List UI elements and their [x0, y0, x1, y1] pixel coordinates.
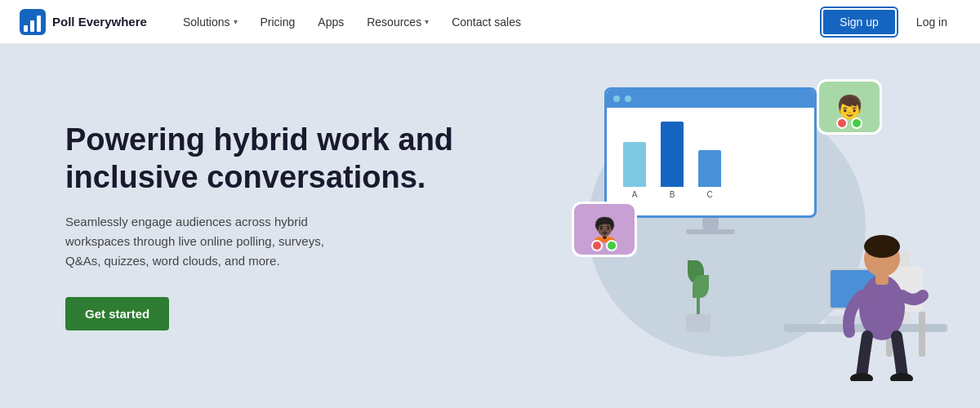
bar-chart: A B C [607, 108, 814, 206]
person-sitting [800, 169, 947, 381]
video-bubble-left: 🧑🏿‍🦱 [572, 202, 637, 257]
nav-contact-sales[interactable]: Contact sales [442, 11, 531, 33]
bar-c-label: C [706, 190, 712, 199]
svg-point-10 [864, 235, 900, 258]
bar-b-group: B [661, 122, 684, 199]
nav-pricing[interactable]: Pricing [251, 11, 305, 33]
hero-section: Powering hybrid work and inclusive conve… [0, 44, 980, 408]
nav-links: Solutions ▾ Pricing Apps Resources ▾ Con… [173, 11, 822, 33]
logo-icon [20, 9, 46, 35]
svg-point-13 [890, 373, 913, 381]
nav-pricing-label: Pricing [261, 16, 296, 29]
svg-rect-7 [919, 312, 925, 357]
svg-point-12 [850, 373, 873, 381]
bar-c-group: C [698, 150, 721, 199]
plant-leaf-right [693, 275, 709, 298]
hero-content: Powering hybrid work and inclusive conve… [65, 122, 457, 330]
monitor-stand [702, 218, 719, 229]
video-bubble-right: 👦 [817, 79, 882, 135]
hero-subtitle: Seamlessly engage audiences across hybri… [65, 212, 359, 271]
bar-c [698, 150, 721, 187]
svg-rect-3 [37, 16, 41, 32]
login-button[interactable]: Log in [903, 10, 960, 34]
bar-a-label: A [632, 190, 638, 199]
hero-illustration: A B C 🧑🏿‍🦱 [523, 71, 947, 381]
nav-apps-label: Apps [318, 16, 344, 29]
video-controls-right [836, 118, 862, 129]
svg-rect-2 [30, 20, 34, 32]
resources-chevron-icon: ▾ [425, 17, 429, 26]
plant-decoration [686, 260, 710, 332]
svg-rect-1 [24, 25, 28, 32]
plant-stem [697, 290, 700, 314]
monitor-dot-2 [625, 95, 631, 102]
plant-pot [686, 314, 710, 332]
monitor-base [686, 229, 735, 234]
logo-link[interactable]: Poll Everywhere [20, 9, 147, 35]
nav-contact-label: Contact sales [452, 16, 521, 29]
nav-actions: Sign up Log in [822, 8, 960, 36]
get-started-button[interactable]: Get started [65, 297, 169, 330]
bar-b [661, 122, 684, 187]
nav-resources[interactable]: Resources ▾ [357, 11, 439, 33]
bar-a [623, 142, 646, 187]
video-controls-left [591, 240, 617, 251]
bar-b-label: B [670, 190, 675, 199]
nav-solutions-label: Solutions [183, 16, 230, 29]
hero-title: Powering hybrid work and inclusive conve… [65, 122, 457, 196]
solutions-chevron-icon: ▾ [234, 17, 238, 26]
monitor-screen: A B C [604, 87, 817, 218]
video-ctrl-green-left [606, 240, 617, 251]
signup-button[interactable]: Sign up [822, 8, 896, 36]
monitor-dot-1 [613, 95, 620, 102]
nav-apps[interactable]: Apps [308, 11, 354, 33]
bar-a-group: A [623, 142, 646, 199]
nav-solutions[interactable]: Solutions ▾ [173, 11, 247, 33]
video-ctrl-green-right [851, 118, 862, 129]
navbar: Poll Everywhere Solutions ▾ Pricing Apps… [0, 0, 980, 44]
video-ctrl-red-right [836, 118, 848, 129]
nav-resources-label: Resources [367, 16, 421, 29]
svg-rect-11 [875, 273, 889, 285]
logo-text: Poll Everywhere [52, 15, 147, 29]
monitor-titlebar [607, 90, 814, 108]
video-ctrl-red-left [591, 240, 603, 251]
